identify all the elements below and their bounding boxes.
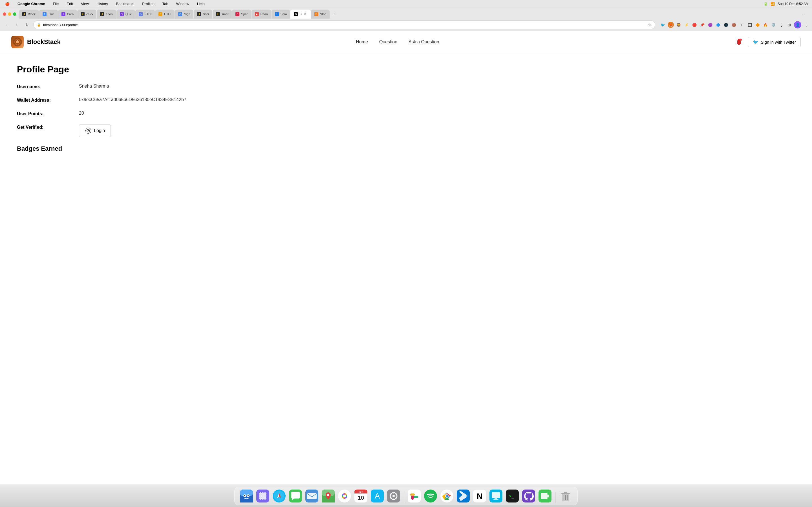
svg-rect-4 (17, 38, 18, 39)
menu-chrome[interactable]: Google Chrome (16, 1, 47, 6)
ext-10[interactable]: 🟤 (731, 22, 737, 28)
twitter-signin-button[interactable]: 🐦 Sign in with Twitter (748, 37, 801, 47)
app-container: BlockStack Home Question Ask a Question … (0, 31, 812, 170)
nav-ask-question[interactable]: Ask a Question (409, 40, 439, 45)
minimize-window-button[interactable] (8, 12, 11, 16)
tab-t9[interactable]: G Sign (175, 10, 193, 18)
ext-5[interactable]: 🔴 (691, 22, 698, 28)
app-nav: Home Question Ask a Question (356, 40, 439, 45)
tabs-menu-button[interactable]: ⌄ (800, 11, 807, 17)
main-content: Profile Page Username: Sneha Sharma Wall… (0, 53, 254, 170)
login-btn-label: Login (94, 128, 105, 133)
reload-button[interactable]: ↻ (23, 21, 31, 29)
menu-window[interactable]: Window (174, 1, 191, 6)
svg-rect-6 (20, 42, 22, 43)
username-label: Username: (17, 83, 79, 89)
bookmark-star-icon[interactable]: ☆ (648, 22, 652, 27)
app-header: BlockStack Home Question Ask a Question … (0, 31, 812, 53)
address-bar-container[interactable]: 🔒 ☆ (33, 20, 655, 29)
tab-t1[interactable]: ⚡ Block (19, 10, 39, 18)
wallet-value: 0x9ecC65a7Af1ad065b6D5636180eC1934E3B142… (79, 97, 186, 102)
tab-t14[interactable]: f Scro (271, 10, 290, 18)
tab-t11[interactable]: ⚡ smar (213, 10, 232, 18)
back-button[interactable]: ‹ (3, 21, 11, 29)
forward-button[interactable]: › (13, 21, 21, 29)
tab-t8[interactable]: E ETHI (155, 10, 174, 18)
browser-toolbar: ‹ › ↻ 🔒 ☆ 🐦 🦊 🦁 ⚡ 🔴 📌 🟣 🔷 🌑 🟤 T 🔲 🔶 🔥 🛡️ (0, 18, 812, 31)
menu-bookmarks[interactable]: Bookmarks (114, 1, 136, 6)
chrome-menu-button[interactable]: ⋮ (803, 22, 809, 28)
ext-13[interactable]: 🔶 (755, 22, 761, 28)
sidebar-toggle[interactable]: ⊞ (786, 22, 792, 28)
verified-label: Get Verified: (17, 124, 79, 130)
menu-file[interactable]: File (51, 1, 61, 6)
close-tab-button[interactable]: ✕ (303, 12, 307, 16)
svg-rect-8 (17, 45, 18, 46)
new-tab-button[interactable]: + (331, 10, 339, 18)
menu-profiles[interactable]: Profiles (140, 1, 156, 6)
verified-field: Get Verified: Login (17, 124, 237, 137)
tab-t15[interactable]: B B ✕ (290, 10, 310, 18)
page-title: Profile Page (17, 64, 237, 75)
apple-menu[interactable]: 🍎 (3, 1, 11, 6)
user-avatar[interactable]: 👤 (794, 21, 801, 29)
menu-view[interactable]: View (79, 1, 91, 6)
wallet-label: Wallet Address: (17, 97, 79, 103)
ext-14[interactable]: 🔥 (762, 22, 769, 28)
tab-t7[interactable]: ◇ ETHI (135, 10, 155, 18)
extension-icons: 🐦 🦊 🦁 ⚡ 🔴 📌 🟣 🔷 🌑 🟤 T 🔲 🔶 🔥 🛡️ ⋮ ⊞ 👤 ⋮ (660, 21, 809, 29)
points-value: 20 (79, 111, 84, 116)
login-button[interactable]: Login (79, 124, 111, 137)
menu-help[interactable]: Help (195, 1, 206, 6)
menu-history[interactable]: History (95, 1, 110, 6)
tab-t16[interactable]: S Stac (311, 10, 329, 18)
logo-icon (11, 36, 24, 48)
ext-7[interactable]: 🟣 (707, 22, 713, 28)
ext-4[interactable]: ⚡ (683, 22, 690, 28)
ext-12[interactable]: 🔲 (747, 22, 753, 28)
username-field: Username: Sneha Sharma (17, 83, 237, 89)
username-value: Sneha Sharma (79, 83, 109, 89)
notification-bell-icon[interactable] (734, 38, 744, 47)
svg-rect-12 (738, 44, 740, 45)
menu-edit[interactable]: Edit (65, 1, 74, 6)
wallet-field: Wallet Address: 0x9ecC65a7Af1ad065b6D563… (17, 97, 237, 103)
brave-ext-icon[interactable]: 🦁 (675, 22, 682, 28)
lock-icon: 🔒 (37, 23, 41, 27)
tab-t13[interactable]: ▶ Chan (252, 10, 271, 18)
close-window-button[interactable] (3, 12, 6, 16)
app-logo: BlockStack (11, 36, 61, 48)
menu-tab[interactable]: Tab (161, 1, 170, 6)
svg-rect-10 (13, 42, 15, 43)
tab-t10[interactable]: ⚡ Soci (194, 10, 212, 18)
ext-8[interactable]: 🔷 (715, 22, 721, 28)
svg-point-3 (17, 40, 18, 41)
address-bar[interactable] (43, 23, 646, 27)
points-field: User Points: 20 (17, 111, 237, 116)
nav-question[interactable]: Question (379, 40, 397, 45)
logo-svg (12, 37, 22, 47)
points-label: User Points: (17, 111, 79, 116)
clock: Sun 10 Dec 8:52 AM (777, 2, 809, 6)
badges-section-title: Badges Earned (17, 145, 237, 152)
ext-6[interactable]: 📌 (699, 22, 705, 28)
twitter-bird-icon: 🐦 (753, 40, 758, 45)
tab-t3[interactable]: ✦ Crea (58, 10, 77, 18)
blockstack-login-icon (85, 127, 92, 134)
extensions-menu-button[interactable]: ⋮ (778, 22, 784, 28)
tab-t2[interactable]: T Trufi (39, 10, 58, 18)
tab-t12[interactable]: A Spar (232, 10, 251, 18)
app-logo-text: BlockStack (27, 38, 61, 46)
browser-chrome: ⚡ Block T Trufi ✦ Crea ⚡ celo- ⚡ anon Q … (0, 8, 812, 31)
tab-t4[interactable]: ⚡ celo- (77, 10, 96, 18)
maximize-window-button[interactable] (13, 12, 16, 16)
tab-t5[interactable]: ⚡ anon (97, 10, 116, 18)
ext-15[interactable]: 🛡️ (770, 22, 776, 28)
wifi-icon: 📶 (770, 2, 775, 6)
ext-11[interactable]: T (739, 22, 745, 28)
twitter-ext-icon[interactable]: 🐦 (660, 22, 666, 28)
nav-home[interactable]: Home (356, 40, 368, 45)
metamask-ext-icon[interactable]: 🦊 (668, 22, 674, 28)
tab-t6[interactable]: Q Quic (116, 10, 135, 18)
ext-9[interactable]: 🌑 (723, 22, 729, 28)
